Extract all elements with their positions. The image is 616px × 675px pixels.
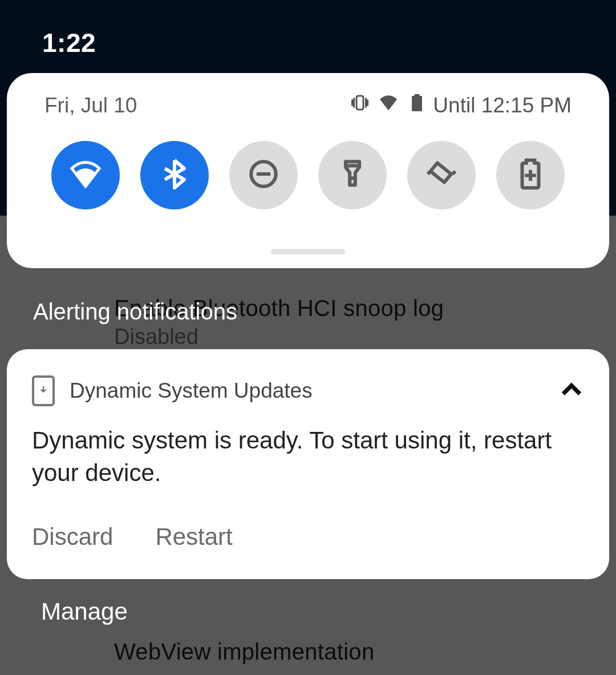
notification-card[interactable]: Dynamic System Updates Dynamic system is…	[7, 349, 609, 579]
notification-actions: Discard Restart	[32, 523, 584, 551]
quick-settings-tiles	[7, 118, 609, 209]
bluetooth-icon	[158, 157, 191, 193]
dnd-icon	[247, 157, 280, 193]
status-bar-time: 1:22	[42, 27, 96, 58]
quick-settings-panel: Fri, Jul 10 Until 12:15 PM	[7, 73, 609, 268]
battery-saver-icon	[514, 157, 547, 193]
svg-rect-0	[356, 96, 363, 110]
flashlight-tile[interactable]	[318, 141, 387, 209]
battery-until-label: Until 12:15 PM	[433, 94, 572, 118]
alerting-section-header: Alerting notifications	[33, 299, 237, 325]
svg-point-3	[351, 176, 354, 180]
restart-button[interactable]: Restart	[155, 523, 232, 551]
battery-saver-tile[interactable]	[496, 141, 565, 209]
collapse-button[interactable]	[559, 377, 584, 405]
battery-icon	[407, 92, 427, 118]
bluetooth-tile[interactable]	[140, 141, 209, 209]
quick-settings-header: Fri, Jul 10 Until 12:15 PM	[7, 92, 609, 118]
notification-header: Dynamic System Updates	[32, 375, 584, 406]
wifi-icon	[378, 92, 399, 118]
auto-rotate-icon	[425, 157, 458, 193]
quick-settings-date[interactable]: Fri, Jul 10	[44, 94, 350, 118]
discard-button[interactable]: Discard	[32, 523, 113, 551]
wifi-tile[interactable]	[51, 141, 120, 209]
quick-settings-drag-handle[interactable]	[271, 249, 345, 254]
wifi-icon	[69, 157, 102, 193]
system-update-icon	[32, 375, 55, 406]
notification-app-name: Dynamic System Updates	[70, 379, 544, 403]
flashlight-icon	[336, 157, 369, 193]
vibrate-icon	[350, 92, 370, 118]
auto-rotate-tile[interactable]	[407, 141, 476, 209]
manage-button[interactable]: Manage	[41, 598, 128, 625]
dnd-tile[interactable]	[229, 141, 298, 209]
notification-body: Dynamic system is ready. To start using …	[32, 425, 584, 489]
